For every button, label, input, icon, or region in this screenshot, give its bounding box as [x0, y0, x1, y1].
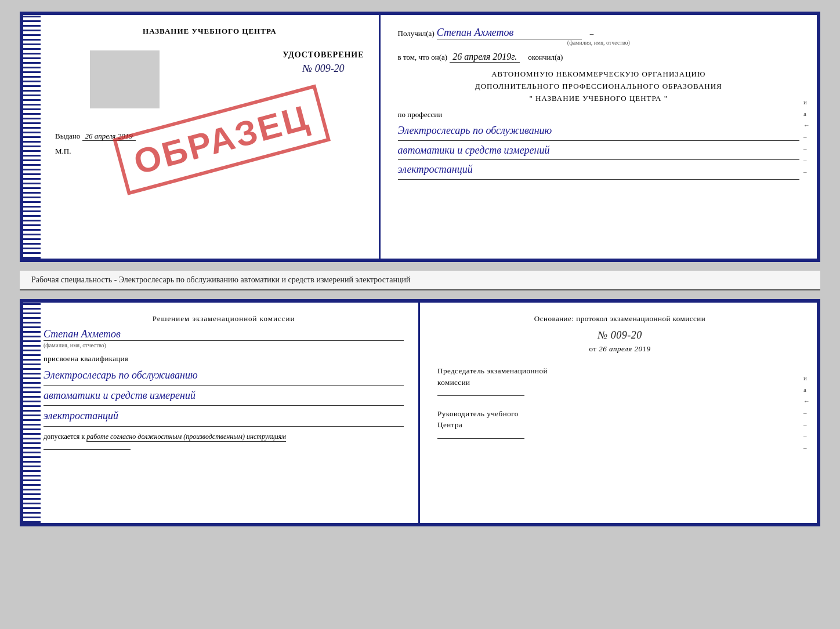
- bottom-right-panel: Основание: протокол экзаменационной коми…: [420, 303, 817, 523]
- admission-block: допускается к работе согласно должностны…: [44, 432, 404, 442]
- photo-placeholder: [90, 50, 160, 108]
- that-block: в том, что он(а) 26 апреля 2019г. окончи…: [398, 52, 799, 63]
- school-name-top: НАЗВАНИЕ УЧЕБНОГО ЦЕНТРА: [55, 27, 364, 36]
- bottom-left-panel: Решением экзаменационной комиссии Степан…: [23, 303, 420, 523]
- diploma-left-panel: НАЗВАНИЕ УЧЕБНОГО ЦЕНТРА УДОСТОВЕРЕНИЕ №…: [23, 15, 381, 259]
- bottom-right-side-decoration: и а ← – – – –: [802, 303, 817, 523]
- org-line2: ДОПОЛНИТЕЛЬНОГО ПРОФЕССИОНАЛЬНОГО ОБРАЗО…: [398, 81, 799, 93]
- cert-title: УДОСТОВЕРЕНИЕ: [283, 50, 364, 60]
- org-block: АВТОНОМНУЮ НЕКОММЕРЧЕСКУЮ ОРГАНИЗАЦИЮ ДО…: [398, 68, 799, 104]
- protocol-number: № 009-20: [437, 329, 802, 341]
- qualification-label: присвоена квалификация: [44, 354, 404, 363]
- protocol-date-value: 26 апреля 2019: [599, 344, 650, 353]
- profession-name-2: автоматики и средств измерений: [398, 141, 799, 160]
- signature-line-bottom: [44, 449, 131, 450]
- right-side-decoration: и а ← – – – –: [802, 15, 817, 259]
- received-name: Степан Ахметов: [437, 27, 582, 39]
- spine-decoration-left: [23, 15, 41, 259]
- right-content: Основание: протокол экзаменационной коми…: [437, 314, 802, 442]
- between-specialty-text: Рабочая специальность - Электрослесарь п…: [20, 271, 820, 290]
- qualification-line2: автоматики и средств измерений: [44, 386, 404, 406]
- admission-instruction: работе согласно должностным (производств…: [86, 432, 286, 442]
- school-head-line2: Центра: [437, 419, 802, 431]
- school-head-line1: Руководитель учебного: [437, 408, 802, 420]
- received-label: Получил(а): [398, 29, 435, 38]
- cert-issued: Выдано 26 апреля 2019: [55, 132, 364, 141]
- fio-sublabel-bottom: (фамилия, имя, отчество): [44, 342, 404, 348]
- spine-decoration-bottom-left: [23, 303, 41, 523]
- completion-date: 26 апреля 2019г.: [450, 52, 520, 63]
- issued-date: 26 апреля 2019: [82, 132, 136, 141]
- basis-text: Основание: протокол экзаменационной коми…: [437, 314, 802, 323]
- org-line3: " НАЗВАНИЕ УЧЕБНОГО ЦЕНТРА ": [398, 93, 799, 105]
- diploma-top: НАЗВАНИЕ УЧЕБНОГО ЦЕНТРА УДОСТОВЕРЕНИЕ №…: [20, 12, 820, 262]
- qualification-line3: электростанций: [44, 406, 404, 426]
- admission-label: допускается к: [44, 432, 85, 441]
- protocol-date-block: от 26 апреля 2019: [437, 344, 802, 354]
- person-name: Степан Ахметов: [44, 328, 404, 341]
- commission-head-line2: комиссии: [437, 377, 802, 388]
- received-block: Получил(а) Степан Ахметов – (фамилия, им…: [398, 27, 799, 46]
- cert-number: № 009-20: [283, 63, 364, 75]
- commission-head-block: Председатель экзаменационной комиссии: [437, 365, 802, 399]
- org-line1: АВТОНОМНУЮ НЕКОММЕРЧЕСКУЮ ОРГАНИЗАЦИЮ: [398, 68, 799, 81]
- that-label: в том, что он(а): [398, 53, 448, 61]
- diploma-right-panel: Получил(а) Степан Ахметов – (фамилия, им…: [381, 15, 817, 259]
- decision-text: Решением экзаменационной комиссии: [44, 314, 404, 323]
- profession-name-3: электростанций: [398, 160, 799, 179]
- protocol-date-prefix: от: [589, 344, 597, 353]
- school-signature: [437, 438, 524, 439]
- mp-label: М.П.: [55, 147, 364, 156]
- issued-label: Выдано: [55, 132, 80, 140]
- specialty-label: Рабочая специальность - Электрослесарь п…: [31, 275, 410, 284]
- profession-name-1: Электрослесарь по обслуживанию: [398, 121, 799, 140]
- profession-label: по профессии: [398, 110, 799, 119]
- commission-signature: [437, 395, 524, 396]
- qualification-line1: Электрослесарь по обслуживанию: [44, 365, 404, 386]
- school-head-block: Руководитель учебного Центра: [437, 408, 802, 442]
- commission-head-line1: Председатель экзаменационной: [437, 365, 802, 377]
- finished-label: окончил(а): [528, 53, 563, 61]
- fio-sublabel: (фамилия, имя, отчество): [398, 39, 799, 46]
- bottom-certificate: Решением экзаменационной комиссии Степан…: [20, 299, 820, 526]
